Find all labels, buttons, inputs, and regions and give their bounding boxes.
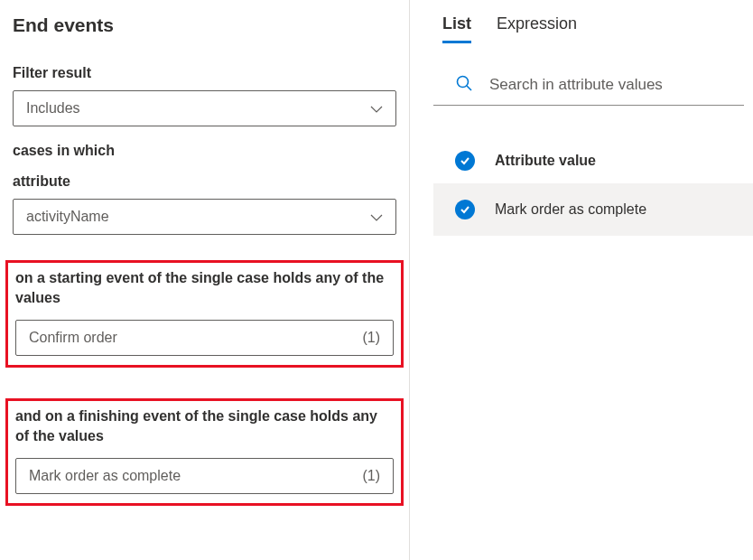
right-panel: List Expression Attribute value Mark ord… [433,0,753,560]
starting-event-block: on a starting event of the single case h… [5,260,404,368]
attribute-value-item-label: Mark order as complete [495,201,646,218]
finishing-event-block: and on a finishing event of the single c… [5,398,404,506]
attribute-value-item[interactable]: Mark order as complete [433,183,753,236]
search-row [433,67,744,106]
finishing-event-value-box[interactable]: Mark order as complete (1) [15,458,394,494]
attribute-value-header-label: Attribute value [495,153,596,169]
tab-expression[interactable]: Expression [497,14,577,43]
left-panel: End events Filter result Includes cases … [0,0,409,560]
starting-event-count: (1) [362,330,380,346]
cases-text: cases in which [13,143,396,159]
svg-line-1 [467,86,471,90]
finishing-event-count: (1) [362,468,380,484]
attribute-select[interactable]: activityName [13,199,396,235]
tab-list[interactable]: List [442,14,471,43]
filter-result-label: Filter result [13,65,396,81]
search-icon [455,74,473,96]
filter-result-value: Includes [26,100,80,117]
chevron-down-icon [370,100,383,117]
tabs: List Expression [433,14,753,43]
svg-point-0 [458,77,469,88]
starting-event-value: Confirm order [29,330,117,346]
check-icon [455,200,475,219]
attribute-value-header[interactable]: Attribute value [433,138,753,183]
search-input[interactable] [489,76,735,94]
attribute-label: attribute [13,173,396,190]
attribute-value: activityName [26,209,109,225]
check-icon [455,151,475,171]
finishing-event-value: Mark order as complete [29,468,181,484]
chevron-down-icon [370,209,383,225]
page-title: End events [13,14,396,36]
vertical-divider [409,0,410,560]
finishing-event-label: and on a finishing event of the single c… [15,406,394,447]
filter-result-select[interactable]: Includes [13,90,396,126]
starting-event-value-box[interactable]: Confirm order (1) [15,320,394,356]
starting-event-label: on a starting event of the single case h… [15,268,394,309]
